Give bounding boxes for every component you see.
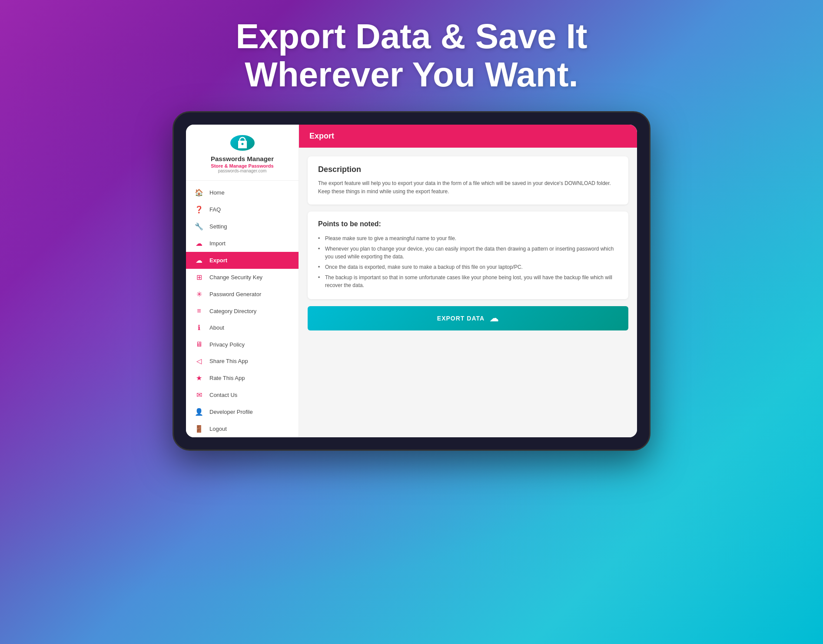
sidebar-label-share-this-app: Share This App (209, 358, 248, 364)
sidebar-label-home: Home (209, 189, 225, 196)
sidebar-item-share-this-app[interactable]: ◁ Share This App (186, 353, 299, 370)
faq-icon: ❓ (195, 205, 203, 214)
app-tagline: Store & Manage Passwords (211, 163, 273, 168)
logout-icon: 🚪 (195, 425, 203, 433)
developer-icon: 👤 (195, 408, 203, 416)
point-1: Please make sure to give a meaningful na… (318, 233, 618, 244)
upload-cloud-icon: ☁ (490, 313, 499, 324)
sidebar-item-export[interactable]: ☁ Export (186, 252, 299, 269)
sidebar-item-contact-us[interactable]: ✉ Contact Us (186, 386, 299, 403)
app-logo (230, 135, 255, 151)
device-screen: Passwords Manager Store & Manage Passwor… (186, 125, 637, 437)
sidebar-label-change-security-key: Change Security Key (209, 274, 262, 281)
sidebar-label-privacy-policy: Privacy Policy (209, 341, 245, 348)
page-headline: Export Data & Save It Wherever You Want. (236, 17, 587, 94)
main-header-title: Export (309, 132, 627, 141)
content-area: Description The export feature will help… (299, 148, 637, 339)
main-content: Export Description The export feature wi… (299, 125, 637, 437)
device-frame: Passwords Manager Store & Manage Passwor… (173, 111, 650, 451)
sidebar-label-password-generator: Password Generator (209, 291, 261, 297)
export-button-label: EXPORT DATA (437, 315, 485, 322)
privacy-icon: 🖥 (195, 340, 203, 348)
sidebar-label-setting: Setting (209, 223, 227, 230)
contact-icon: ✉ (195, 391, 203, 399)
sidebar-item-faq[interactable]: ❓ FAQ (186, 201, 299, 218)
import-icon: ☁ (195, 239, 203, 248)
sidebar-item-change-security-key[interactable]: ⊞ Change Security Key (186, 269, 299, 286)
security-key-icon: ⊞ (195, 273, 203, 281)
sidebar: Passwords Manager Store & Manage Passwor… (186, 125, 299, 437)
sidebar-label-logout: Logout (209, 426, 227, 432)
description-title: Description (318, 165, 618, 174)
category-icon: ≡ (195, 307, 203, 315)
lock-icon (236, 136, 249, 149)
rate-icon: ★ (195, 374, 203, 382)
sidebar-label-developer-profile: Developer Profile (209, 409, 253, 415)
app-url: passwords-manager.com (218, 168, 267, 173)
points-card: Points to be noted: Please make sure to … (308, 211, 628, 299)
sidebar-label-import: Import (209, 240, 226, 247)
home-icon: 🏠 (195, 188, 203, 197)
sidebar-item-home[interactable]: 🏠 Home (186, 184, 299, 201)
description-text: The export feature will help you to expo… (318, 179, 618, 196)
point-4: The backup is important so that in some … (318, 272, 618, 291)
sidebar-label-contact-us: Contact Us (209, 392, 237, 398)
about-icon: ℹ (195, 324, 203, 332)
sidebar-label-export: Export (209, 257, 227, 264)
sidebar-label-rate-this-app: Rate This App (209, 375, 245, 381)
sidebar-item-logout[interactable]: 🚪 Logout (186, 420, 299, 437)
sidebar-item-category-directory[interactable]: ≡ Category Directory (186, 303, 299, 319)
export-icon: ☁ (195, 256, 203, 264)
setting-icon: 🔧 (195, 222, 203, 231)
sidebar-label-faq: FAQ (209, 206, 221, 213)
sidebar-item-rate-this-app[interactable]: ★ Rate This App (186, 370, 299, 386)
sidebar-item-setting[interactable]: 🔧 Setting (186, 218, 299, 235)
point-2: Whenever you plan to change your device,… (318, 244, 618, 262)
sidebar-item-password-generator[interactable]: ✳ Password Generator (186, 286, 299, 303)
password-gen-icon: ✳ (195, 290, 203, 298)
sidebar-item-privacy-policy[interactable]: 🖥 Privacy Policy (186, 336, 299, 353)
sidebar-item-developer-profile[interactable]: 👤 Developer Profile (186, 403, 299, 420)
description-card: Description The export feature will help… (308, 156, 628, 205)
sidebar-item-about[interactable]: ℹ About (186, 319, 299, 336)
share-icon: ◁ (195, 357, 203, 365)
points-list: Please make sure to give a meaningful na… (318, 233, 618, 291)
main-header: Export (299, 125, 637, 148)
sidebar-item-import[interactable]: ☁ Import (186, 235, 299, 252)
points-title: Points to be noted: (318, 220, 618, 228)
export-data-button[interactable]: EXPORT DATA ☁ (308, 306, 628, 330)
point-3: Once the data is exported, make sure to … (318, 262, 618, 272)
app-name: Passwords Manager (211, 155, 274, 162)
sidebar-divider (186, 180, 299, 181)
sidebar-label-about: About (209, 324, 224, 331)
sidebar-label-category-directory: Category Directory (209, 308, 256, 314)
